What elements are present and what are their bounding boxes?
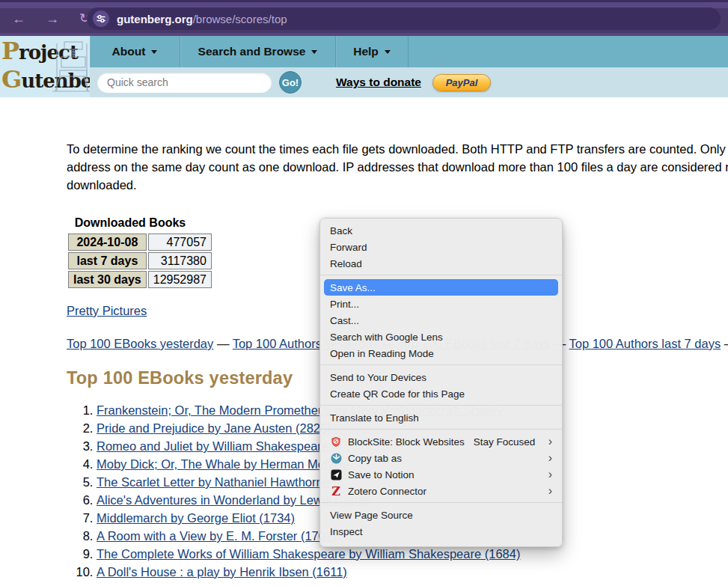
copy-tab-icon: [330, 452, 342, 464]
menu-item-blocksite[interactable]: BlockSite: Block Websites Stay Focused ›: [320, 433, 562, 450]
quick-search-input[interactable]: [97, 73, 272, 93]
nav-search-label: Search and Browse: [198, 45, 306, 58]
chevron-right-icon: ›: [548, 452, 552, 464]
intro-line: To determine the ranking we count the ti…: [67, 140, 728, 158]
downloads-count-cell: 3117380: [148, 252, 212, 269]
menu-item-send-to-devices[interactable]: Send to Your Devices: [320, 369, 562, 385]
url-host: gutenberg.org: [117, 13, 193, 25]
downloads-count-cell: 477057: [148, 234, 212, 251]
nav-search-and-browse[interactable]: Search and Browse: [180, 36, 336, 67]
site-settings-icon[interactable]: [93, 10, 109, 27]
browser-toolbar: ← → ↻ gutenberg.org/browse/scores/top: [0, 0, 728, 36]
intro-line: downloaded.: [67, 176, 728, 194]
dash-separator: —: [724, 337, 728, 350]
book-link[interactable]: A Doll's House : a play by Henrik Ibsen …: [97, 565, 347, 579]
nav-about[interactable]: About: [90, 36, 180, 67]
nav-help-label: Help: [353, 45, 379, 58]
downloads-table: 2024-10-08 477057 last 7 days 3117380 la…: [67, 232, 213, 290]
table-row: last 30 days 12952987: [68, 271, 212, 288]
menu-item-zotero-connector[interactable]: Z Zotero Connector ›: [320, 483, 562, 499]
menu-item-label: Save to Notion: [348, 469, 415, 480]
forward-icon[interactable]: →: [43, 9, 62, 28]
ways-to-donate-link[interactable]: Ways to donate: [336, 76, 421, 89]
book-link[interactable]: Moby Dick; Or, The Whale by Herman Melvi…: [97, 457, 349, 471]
menu-item-reload[interactable]: Reload: [320, 255, 562, 272]
table-row: 2024-10-08 477057: [68, 234, 212, 251]
menu-item-label: Zotero Connector: [348, 486, 426, 497]
menu-separator: [320, 364, 562, 365]
downloads-date-cell: 2024-10-08: [68, 234, 147, 251]
caret-down-icon: [311, 50, 317, 54]
book-link[interactable]: The Scarlet Letter by Nathaniel Hawthorn…: [97, 475, 330, 489]
list-item: A Doll's House : a play by Henrik Ibsen …: [97, 563, 728, 581]
menu-item-search-google-lens[interactable]: Search with Google Lens: [320, 329, 562, 345]
menu-item-save-as[interactable]: Save As...: [324, 279, 558, 296]
menu-separator: [320, 429, 562, 430]
book-link[interactable]: Middlemarch by George Eliot (1734): [97, 511, 295, 525]
menu-item-label: Copy tab as: [348, 453, 402, 464]
printing-press-illustration: [49, 39, 90, 96]
menu-item-translate[interactable]: Translate to English: [320, 409, 562, 426]
go-button[interactable]: Go!: [279, 71, 302, 94]
dash-separator: —: [217, 337, 233, 350]
menu-item-label-secondary: Stay Focused: [474, 436, 536, 448]
chevron-right-icon: ›: [548, 485, 552, 497]
pretty-pictures-link[interactable]: Pretty Pictures: [67, 304, 147, 318]
back-icon[interactable]: ←: [9, 9, 28, 28]
url-path: /browse/scores/top: [193, 13, 287, 25]
header-right: About Search and Browse Help Go! Ways to…: [90, 36, 728, 97]
menu-separator: [320, 405, 562, 406]
caret-down-icon: [385, 50, 391, 54]
nav-about-label: About: [112, 45, 146, 58]
menu-item-forward[interactable]: Forward: [320, 239, 562, 255]
caret-down-icon: [151, 50, 157, 54]
intro-line: address on the same day count as one dow…: [67, 158, 728, 176]
context-menu: Back Forward Reload Save As... Print... …: [319, 218, 563, 547]
address-bar[interactable]: gutenberg.org/browse/scores/top: [87, 7, 721, 30]
downloads-period-cell: last 30 days: [68, 271, 147, 288]
downloads-count-cell: 12952987: [148, 271, 212, 288]
project-gutenberg-logo[interactable]: Project Gutenberg: [0, 36, 90, 97]
list-item: The Complete Works of William Shakespear…: [97, 545, 728, 563]
zotero-icon: Z: [330, 485, 342, 497]
intro-paragraph: To determine the ranking we count the ti…: [67, 140, 728, 194]
book-link[interactable]: The Complete Works of William Shakespear…: [97, 547, 520, 561]
link-top100-authors-7days[interactable]: Top 100 Authors last 7 days: [569, 337, 721, 350]
menu-item-create-qr-code[interactable]: Create QR Code for this Page: [320, 385, 562, 402]
menu-item-back[interactable]: Back: [320, 222, 562, 239]
main-navbar: About Search and Browse Help: [90, 36, 728, 67]
search-strip: Go! Ways to donate PayPal: [90, 67, 728, 97]
menu-separator: [320, 502, 562, 503]
table-row: last 7 days 3117380: [68, 252, 212, 269]
menu-item-reading-mode[interactable]: Open in Reading Mode: [320, 345, 562, 361]
downloads-period-cell: last 7 days: [68, 252, 147, 269]
notion-icon: [330, 469, 342, 480]
chevron-right-icon: ›: [548, 469, 552, 480]
book-link[interactable]: A Room with a View by E. M. Forster (170…: [97, 529, 337, 543]
book-link[interactable]: Romeo and Juliet by William Shakespeare: [97, 439, 328, 453]
menu-item-label: BlockSite: Block Websites: [348, 436, 465, 448]
downloads-table-caption: Downloaded Books: [67, 216, 194, 230]
menu-item-copy-tab-as[interactable]: Copy tab as ›: [320, 450, 562, 466]
blocksite-icon: [330, 436, 342, 448]
chevron-right-icon: ›: [548, 436, 552, 448]
menu-item-view-page-source[interactable]: View Page Source: [320, 507, 562, 523]
link-top100-ebooks-yesterday[interactable]: Top 100 EBooks yesterday: [67, 337, 213, 350]
menu-item-cast[interactable]: Cast...: [320, 312, 562, 329]
menu-item-inspect[interactable]: Inspect: [320, 523, 562, 540]
menu-item-print[interactable]: Print...: [320, 296, 562, 312]
book-link[interactable]: Pride and Prejudice by Jane Austen (2825…: [97, 421, 331, 435]
menu-item-save-to-notion[interactable]: Save to Notion ›: [320, 466, 562, 483]
site-header: Project Gutenberg About S: [0, 36, 728, 97]
paypal-button[interactable]: PayPal: [432, 74, 491, 91]
menu-separator: [320, 275, 562, 275]
nav-help[interactable]: Help: [336, 36, 409, 67]
